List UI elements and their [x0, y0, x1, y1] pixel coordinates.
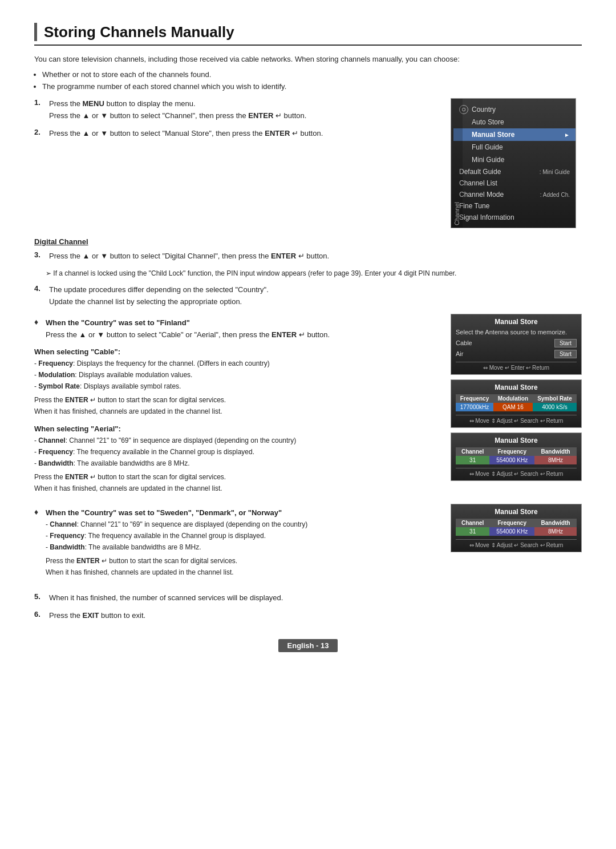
diamond-icon-sweden: ♦ — [34, 507, 42, 579]
ms-air-start-btn[interactable]: Start — [554, 350, 577, 358]
page-footer: English - 13 — [34, 639, 582, 652]
ms-panel3-header-freq: Frequency — [489, 447, 534, 456]
title-bar-accent — [34, 23, 37, 41]
ms-panel4-val-ch: 31 — [456, 527, 489, 536]
ms-panel2-header-mod: Modulation — [493, 394, 533, 403]
step-3-num: 3. — [34, 250, 44, 262]
page-title: Storing Channels Manually — [44, 23, 234, 41]
step-6-text: Press the EXIT button to exit. — [49, 610, 145, 622]
digital-channel-heading: Digital Channel — [34, 237, 582, 246]
step-4-num: 4. — [34, 284, 44, 308]
steps-1-2-col: 1. Press the MENU button to display the … — [34, 98, 437, 228]
ms-cable-start-btn[interactable]: Start — [554, 339, 577, 347]
ms-panel2-val-mod: QAM 16 — [493, 403, 533, 411]
steps-1-2-section: 1. Press the MENU button to display the … — [34, 98, 582, 228]
menu-item-fullguide: Full Guide — [453, 141, 576, 153]
ms-air-label: Air — [456, 350, 463, 357]
step-3-text: Press the ▲ or ▼ button to select "Digit… — [49, 250, 329, 262]
sweden-ch-line: - Channel: Channel "21" to "69" in seque… — [46, 519, 437, 529]
ms-panel4-val-bw: 8MHz — [534, 527, 577, 536]
aerial-ch-line: - Channel: Channel "21" to "69" in seque… — [34, 435, 437, 446]
ms-panel1-nav: ⇔ Move ↵ Enter ↩ Return — [456, 362, 577, 371]
intro-bullet-2: The programme number of each stored chan… — [42, 81, 582, 93]
menu-item-manualstore: Manual Store ► — [453, 128, 576, 141]
sweden-diamond-item: ♦ When the "Country" was set to "Sweden"… — [34, 507, 437, 579]
menu-item-miniguide: Mini Guide — [453, 153, 576, 166]
ms-cable-row: Cable Start — [456, 339, 577, 347]
ms-panel3-val-freq: 554000 KHz — [489, 456, 534, 464]
ms-panel2-nav: ⇔ Move ⇕ Adjust ↵ Search ↩ Return — [456, 415, 577, 424]
aerial-finished-note: When it has finished, channels are updat… — [34, 483, 437, 494]
footer-badge: English - 13 — [278, 639, 338, 652]
ms-panel1-subtitle: Select the Antenna source to memorize. — [456, 329, 577, 335]
step-5-num: 5. — [34, 592, 44, 604]
intro-text: You can store television channels, inclu… — [34, 54, 582, 66]
finland-section: ♦ When the "Country" was set to "Finland… — [34, 314, 582, 495]
sweden-section: ♦ When the "Country" was set to "Sweden"… — [34, 504, 582, 583]
sweden-content: When the "Country" was set to "Sweden", … — [46, 507, 437, 579]
page-title-container: Storing Channels Manually — [34, 23, 582, 46]
menu-item-signalinfo: Signal Information — [453, 212, 576, 223]
ms-panel3-header-bw: Bandwidth — [534, 447, 577, 456]
step-1-text: Press the MENU button to display the men… — [49, 98, 306, 122]
ms-cable-label: Cable — [456, 339, 472, 346]
sweden-enter-note: Press the ENTER ↵ button to start the sc… — [46, 556, 437, 566]
ms-panel2: Manual Store Frequency Modulation Symbol… — [451, 379, 582, 428]
ms-panel3-header-ch: Channel — [456, 447, 489, 456]
cable-finished-note: When it has finished, channels are updat… — [34, 406, 437, 417]
ms-panel1: Manual Store Select the Antenna source t… — [451, 314, 582, 375]
step-6-num: 6. — [34, 610, 44, 622]
ms-panel3-title: Manual Store — [456, 436, 577, 444]
ms-panel4-table: Channel Frequency Bandwidth 31 554000 KH… — [456, 519, 577, 536]
ms-panel2-table: Frequency Modulation Symbol Rate 177000k… — [456, 394, 577, 411]
menu-item-channellist: Channel List — [453, 177, 576, 189]
channel-label: Channel — [451, 99, 463, 228]
sweden-main-col: ♦ When the "Country" was set to "Sweden"… — [34, 504, 437, 583]
intro-bullet-list: Whether or not to store each of the chan… — [42, 69, 582, 93]
cable-enter-note: Press the ENTER ↵ button to start the sc… — [34, 395, 437, 405]
aerial-bw-line: - Bandwidth: The available bandwidths ar… — [34, 458, 437, 468]
menu-item-defaultguide: Default Guide : Mini Guide — [453, 166, 576, 177]
menu-item-country: O Country — [453, 103, 576, 116]
step-4-text: The update procedures differ depending o… — [49, 284, 269, 308]
sweden-freq-line: - Frequency: The frequency available in … — [46, 531, 437, 541]
cable-freq-line: - Frequency: Displays the frequency for … — [34, 358, 437, 369]
cable-sym-line: - Symbol Rate: Displays available symbol… — [34, 381, 437, 391]
finland-side-col: Manual Store Select the Antenna source t… — [451, 314, 582, 495]
manualstore-arrow: ► — [564, 132, 570, 138]
when-cable-section: When selecting "Cable": - Frequency: Dis… — [34, 347, 437, 417]
step-5: 5. When it has finished, the number of s… — [34, 592, 582, 604]
ms-panel3-nav: ⇔ Move ⇕ Adjust ↵ Search ↩ Return — [456, 468, 577, 477]
step-3-note: ➢ If a channel is locked using the "Chil… — [46, 268, 582, 278]
step-2-text: Press the ▲ or ▼ button to select "Manua… — [49, 128, 323, 140]
aerial-enter-note: Press the ENTER ↵ button to start the sc… — [34, 472, 437, 482]
menu-item-channelmode: Channel Mode : Added Ch. — [453, 189, 576, 200]
sweden-bw-line: - Bandwidth: The available bandwidths ar… — [46, 542, 437, 552]
ms-panel4-nav: ⇔ Move ⇕ Adjust ↵ Search ↩ Return — [456, 539, 577, 548]
diamond-icon-finland: ♦ — [34, 317, 42, 341]
finland-content: When the "Country" was set to "Finland" … — [46, 317, 437, 341]
step-1: 1. Press the MENU button to display the … — [34, 98, 437, 122]
tv-menu-panel: Channel O Country Auto Store — [451, 98, 576, 228]
finland-diamond-item: ♦ When the "Country" was set to "Finland… — [34, 317, 437, 341]
ms-panel3-val-bw: 8MHz — [534, 456, 577, 464]
ms-panel2-val-freq: 177000kHz — [456, 403, 493, 411]
when-aerial-section: When selecting "Aerial": - Channel: Chan… — [34, 424, 437, 494]
ms-panel2-header-sym: Symbol Rate — [533, 394, 577, 403]
intro-bullet-1: Whether or not to store each of the chan… — [42, 69, 582, 81]
ms-panel3-table: Channel Frequency Bandwidth 31 554000 KH… — [456, 447, 577, 464]
step-3: 3. Press the ▲ or ▼ button to select "Di… — [34, 250, 582, 262]
menu-item-finetune: Fine Tune — [453, 200, 576, 212]
ms-panel2-header-freq: Frequency — [456, 394, 493, 403]
step-6: 6. Press the EXIT button to exit. — [34, 610, 582, 622]
ms-panel4-header-freq: Frequency — [489, 519, 534, 527]
when-aerial-heading: When selecting "Aerial": — [34, 424, 437, 433]
ms-panel3-val-ch: 31 — [456, 456, 489, 464]
step-2-num: 2. — [34, 128, 44, 140]
step-2: 2. Press the ▲ or ▼ button to select "Ma… — [34, 128, 437, 140]
step-5-text: When it has finished, the number of scan… — [49, 592, 283, 604]
step-4: 4. The update procedures differ dependin… — [34, 284, 582, 308]
ms-panel3: Manual Store Channel Frequency Bandwidth… — [451, 432, 582, 481]
menu-item-autostore: Auto Store — [453, 116, 576, 128]
ms-panel4-val-freq: 554000 KHz — [489, 527, 534, 536]
